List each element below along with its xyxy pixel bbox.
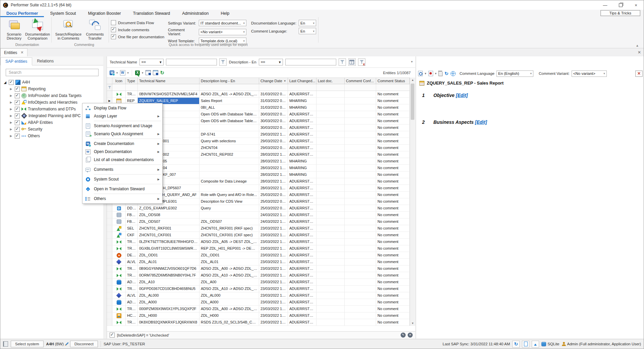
expander-icon[interactable]: ▶: [9, 107, 13, 111]
checkbox-box[interactable]: [111, 20, 116, 25]
chevron-down-icon[interactable]: ▾: [116, 71, 118, 74]
upload-button[interactable]: [532, 341, 539, 348]
comment-variant-combo[interactable]: <No variant>▾: [572, 70, 607, 77]
tree-item-infoprovider-and-data-targets[interactable]: ▶InfoProvider and Data Targets: [0, 92, 103, 99]
menu-tab-system-scout[interactable]: System Scout: [44, 10, 82, 17]
column-header-last-doc[interactable]: Last doc.: [316, 78, 345, 84]
table-row[interactable]: SELZHCNT01_RKF001ZHCNT01_RKF001 (RKF spe…: [107, 225, 410, 232]
menu-item-others[interactable]: Others▶: [82, 195, 162, 203]
grid-vertical-scrollbar[interactable]: ▲ ▼: [410, 78, 415, 326]
menu-tab-translation-steward[interactable]: Translation Steward: [127, 10, 176, 17]
expander-icon[interactable]: ▶: [9, 128, 13, 131]
filter-cell[interactable]: [259, 84, 288, 91]
menu-tab-administration[interactable]: Administration: [176, 10, 215, 17]
table-row[interactable]: TRFN0B9VW7KSHOSDTZN3VMEL5AF4ADSO ZDL_A01…: [107, 91, 410, 98]
menu-item-display-data-flow[interactable]: Display Data Flow: [82, 104, 162, 112]
tree-checkbox[interactable]: [15, 134, 20, 139]
maximize-button[interactable]: [613, 0, 628, 10]
refresh-icon[interactable]: ↻: [445, 71, 449, 76]
search-input[interactable]: [8, 70, 96, 75]
column-header-last-changed[interactable]: Last Changed...: [288, 78, 316, 84]
edit-business-aspects-link[interactable]: [Edit]: [475, 119, 487, 125]
tree-checkbox[interactable]: [15, 93, 20, 98]
table-row[interactable]: TRFN000IPZM09X9W0X1YPL3SQXP2FADSO ZDL_A0…: [107, 306, 410, 312]
table-row[interactable]: TRFN0ORM785ZD6M5NB5NB0Y0HL7FADSO ZDL_A10…: [107, 272, 410, 279]
menu-item-open-documentation[interactable]: Open Documentation▶: [82, 148, 162, 156]
remove-filter-icon[interactable]: ✕: [408, 333, 413, 338]
edit-filter-icon[interactable]: ✎: [401, 333, 406, 338]
tree-checkbox[interactable]: [15, 107, 20, 112]
tree-checkbox[interactable]: [15, 127, 20, 132]
chevron-down-icon[interactable]: ▾: [142, 71, 143, 74]
scrollbar-thumb[interactable]: [411, 84, 414, 120]
tab-close-icon[interactable]: ✕: [20, 50, 23, 55]
filter-cell[interactable]: [345, 84, 376, 91]
expander-icon[interactable]: ▶: [9, 94, 13, 97]
tree-item-reporting[interactable]: ▶Reporting: [0, 86, 103, 92]
expander-open-icon[interactable]: ◢: [3, 81, 7, 84]
filter-op2-combo[interactable]: ==▾: [259, 59, 283, 65]
checkbox-box[interactable]: [111, 27, 116, 32]
close-panel-button[interactable]: ✕: [635, 70, 643, 77]
tree-checkbox[interactable]: [15, 113, 20, 118]
filter-cell[interactable]: [126, 84, 138, 91]
filter-cell[interactable]: [112, 84, 126, 91]
menu-tab-migration-booster[interactable]: Migration Booster: [82, 10, 127, 17]
checkbox-one-file-per-documentation[interactable]: One file per documentation: [111, 34, 168, 39]
expander-icon[interactable]: ▶: [9, 134, 13, 138]
expander-icon[interactable]: ▶: [9, 121, 13, 124]
tree-checkbox[interactable]: [15, 100, 20, 105]
filter-cell[interactable]: [199, 84, 259, 91]
table-row[interactable]: TRFN0LZFKT9ZTTBC8UEE7RHHGFDGFADSO ZDL_A0…: [107, 239, 410, 245]
chevron-down-icon[interactable]: ▾: [425, 72, 426, 75]
refresh-button[interactable]: ↻: [160, 70, 165, 75]
filter-op1-combo[interactable]: ==▾: [139, 59, 164, 65]
column-header-comment-status[interactable]: Comment Status: [376, 78, 410, 84]
filter-cell[interactable]: [288, 84, 316, 91]
tips-tricks-button[interactable]: Tips & Tricks: [600, 10, 640, 16]
filter-editor-button[interactable]: [348, 58, 356, 66]
table-row[interactable]: DESTZDL_OD01ZDL_OD0123/03/2022 14...ADUE…: [107, 252, 410, 259]
preview-doc-icon[interactable]: [418, 71, 423, 76]
expander-icon[interactable]: ▶: [9, 87, 13, 91]
table-row[interactable]: FBPAZDL_ODS07ZDL_ODS0724/03/2022 10...AD…: [107, 218, 410, 225]
expander-icon[interactable]: ▶: [9, 114, 13, 117]
column-header-comment-conf[interactable]: Comment Conf...: [345, 78, 376, 84]
open-word-doc-button[interactable]: W: [120, 70, 125, 76]
disconnect-button[interactable]: Disconnect: [70, 341, 98, 347]
filter-value2-input[interactable]: [285, 59, 336, 65]
table-row[interactable]: CKFZHCNT01_CKF001ZHCNT01_CKF001 (CKF spe…: [107, 232, 410, 239]
select-comment-language[interactable]: En▾: [299, 28, 316, 34]
column-header-type[interactable]: Type: [126, 78, 138, 84]
minimize-button[interactable]: —: [597, 0, 613, 10]
select-settings-variant[interactable]: IT standard document...▾: [199, 20, 246, 26]
expander-icon[interactable]: ▶: [9, 101, 13, 104]
chevron-down-icon[interactable]: ▾: [127, 71, 129, 74]
delete-icon[interactable]: [438, 72, 443, 76]
table-row[interactable]: TRFN0B9GGY6NNMZJV0SO601QF7D6ADSO ZDL_A00…: [107, 265, 410, 272]
sync-button[interactable]: ↻: [512, 341, 520, 348]
export-doc-icon[interactable]: [428, 71, 433, 76]
tab-relations[interactable]: Relations: [32, 57, 58, 65]
select-comment-variant[interactable]: <No variant>▾: [199, 29, 246, 35]
scroll-up-icon[interactable]: ▲: [410, 78, 415, 83]
menu-tab-help[interactable]: Help: [215, 10, 235, 17]
table-row[interactable]: ALVLZDL_AL01ZDL_AL0123/03/2022 10...ADUE…: [107, 259, 410, 265]
grid-auto-filter-row[interactable]: [107, 84, 410, 91]
comment-language-combo[interactable]: En (English)▾: [496, 70, 533, 77]
menu-tab-docu-performer[interactable]: Docu Performer: [0, 10, 44, 17]
table-row[interactable]: ADSOZDL_A10ZDL_A0023/03/2022 10...ADUERR…: [107, 279, 410, 286]
menu-item-create-documentation[interactable]: Create Documentation▶: [82, 140, 162, 148]
edit-objective-link[interactable]: [Edit]: [456, 93, 468, 98]
tab-sap-entities[interactable]: SAP entities: [0, 57, 32, 65]
menu-item-open-in-translation-steward[interactable]: Open in Translation Steward: [82, 185, 162, 193]
filter-cell[interactable]: [316, 84, 345, 91]
edit-system-icon[interactable]: [65, 342, 69, 346]
create-word-doc-button[interactable]: W: [110, 70, 114, 75]
tabbar-close-icon[interactable]: ✕: [638, 50, 641, 55]
tree-item-a4h[interactable]: ◢A4H: [0, 79, 103, 86]
scenario-directory-button[interactable]: Scenario Directory: [3, 18, 25, 40]
scroll-down-icon[interactable]: ▼: [410, 321, 415, 326]
language-globe-icon[interactable]: [451, 71, 456, 76]
select-system-button[interactable]: Select system: [11, 341, 44, 347]
